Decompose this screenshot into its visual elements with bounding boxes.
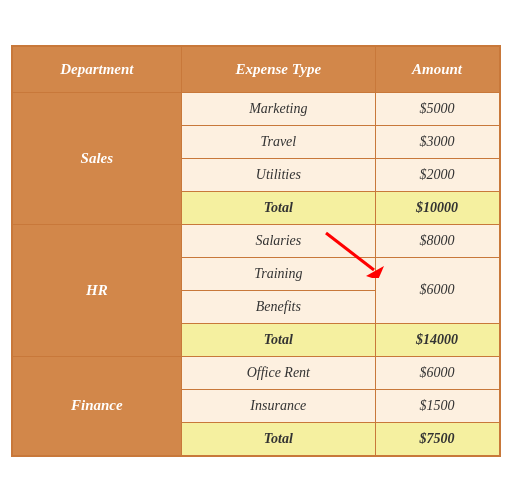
amount-cell: $2000 bbox=[375, 158, 500, 191]
expense-cell: Total bbox=[182, 323, 375, 356]
header-row: Department Expense Type Amount bbox=[12, 46, 500, 93]
department-cell: HR bbox=[12, 224, 182, 356]
amount-cell: $6000 bbox=[375, 257, 500, 323]
expense-cell: Salaries bbox=[182, 224, 375, 257]
expense-cell: Travel bbox=[182, 125, 375, 158]
amount-cell: $14000 bbox=[375, 323, 500, 356]
expense-cell: Marketing bbox=[182, 92, 375, 125]
expense-cell: Total bbox=[182, 422, 375, 456]
header-expense-type: Expense Type bbox=[182, 46, 375, 93]
expense-cell: Benefits bbox=[182, 290, 375, 323]
expense-table: Department Expense Type Amount SalesMark… bbox=[11, 45, 501, 457]
expense-cell: Insurance bbox=[182, 389, 375, 422]
table-row: FinanceOffice Rent$6000 bbox=[12, 356, 500, 389]
expense-cell: Total bbox=[182, 191, 375, 224]
expense-cell: Utilities bbox=[182, 158, 375, 191]
amount-cell: $5000 bbox=[375, 92, 500, 125]
amount-cell: $6000 bbox=[375, 356, 500, 389]
amount-cell: $8000 bbox=[375, 224, 500, 257]
amount-cell: $1500 bbox=[375, 389, 500, 422]
department-cell: Finance bbox=[12, 356, 182, 456]
table-wrapper: Department Expense Type Amount SalesMark… bbox=[11, 45, 501, 457]
expense-cell: Training bbox=[182, 257, 375, 290]
amount-cell: $10000 bbox=[375, 191, 500, 224]
table-row: HRSalaries$8000 bbox=[12, 224, 500, 257]
amount-cell: $7500 bbox=[375, 422, 500, 456]
department-cell: Sales bbox=[12, 92, 182, 224]
expense-cell: Office Rent bbox=[182, 356, 375, 389]
table-row: SalesMarketing$5000 bbox=[12, 92, 500, 125]
header-amount: Amount bbox=[375, 46, 500, 93]
header-department: Department bbox=[12, 46, 182, 93]
amount-cell: $3000 bbox=[375, 125, 500, 158]
